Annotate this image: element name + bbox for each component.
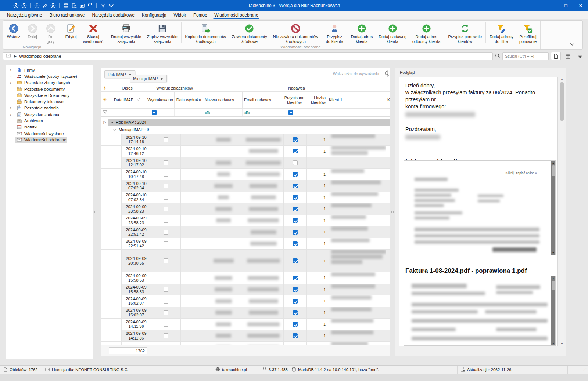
splitter-left[interactable] <box>94 208 96 217</box>
ribbon-button[interactable]: Edytuj <box>62 21 80 40</box>
close-button[interactable]: ✕ <box>573 0 588 11</box>
table-row[interactable]: 2024-09-0922:51:421 <box>101 238 390 250</box>
column-header-7[interactable]: Liczba klientów <box>306 92 327 108</box>
printed-checkbox[interactable] <box>164 310 168 315</box>
tab-7[interactable]: Wiadomości odebrane <box>211 11 261 19</box>
table-row[interactable]: 2024-09-0915:02:071 <box>101 307 390 319</box>
grid-search-input[interactable] <box>331 72 384 76</box>
column-filter-icon[interactable] <box>136 98 140 102</box>
printed-checkbox[interactable] <box>164 195 168 200</box>
pdf-preview-2[interactable]: ▲ ▼ <box>404 276 556 346</box>
ribbon-button[interactable]: Dodaj adres klienta <box>348 21 376 45</box>
print-icon[interactable] <box>62 2 69 9</box>
table-row[interactable]: 2024-09-0923:58:231 <box>101 203 390 215</box>
scroll-down-icon[interactable]: ▼ <box>560 341 564 346</box>
column-header-3[interactable]: Data wydruku <box>174 92 203 108</box>
column-header-5[interactable]: Email nadawcy <box>242 92 283 108</box>
sidebar-item[interactable]: ›Pozostałe zbiory danych <box>6 80 93 86</box>
table-row[interactable]: 2024-09-0914:11:361 <box>101 319 390 330</box>
assigned-checkbox[interactable] <box>293 322 298 327</box>
expand-chevron-icon[interactable]: › <box>10 74 15 79</box>
tab-2[interactable]: Biuro rachunkowe <box>46 11 88 19</box>
printed-checkbox[interactable] <box>164 333 168 338</box>
table-row[interactable]: 2024-09-1012:46:121 <box>101 146 390 157</box>
pay-online-link[interactable]: Kliknij i zapłać online » <box>505 171 537 175</box>
printed-checkbox[interactable] <box>164 241 168 246</box>
ribbon-button[interactable]: Przefiltruj ponownie <box>516 21 539 45</box>
qat-customize-chevron-icon[interactable] <box>108 2 114 9</box>
sidebar-item[interactable]: Wiadomości wysłane <box>6 130 93 137</box>
gear-icon[interactable] <box>100 2 106 9</box>
scroll-up-icon[interactable]: ▲ <box>551 276 555 280</box>
filter-cell-7[interactable]: = <box>306 109 327 116</box>
table-row[interactable]: 2024-09-0914:11:361 <box>101 330 390 342</box>
collapse-chevron-icon[interactable] <box>113 127 116 132</box>
scroll-down-icon[interactable]: ▼ <box>551 341 555 345</box>
filter-cell-1[interactable]: = <box>108 109 146 116</box>
table-row[interactable]: 2024-09-0915:02:071 <box>101 295 390 307</box>
group-row-month[interactable]: Miesiąc IMAP : 9 <box>108 126 390 133</box>
ribbon-button[interactable]: Kopiuj do dokumentów źródłowych <box>182 21 229 45</box>
table-row[interactable]: 2024-09-0922:51:421 <box>101 226 390 238</box>
assigned-checkbox[interactable] <box>293 241 298 246</box>
delete-circle-icon[interactable] <box>50 2 56 9</box>
minimize-button[interactable]: – <box>544 0 559 11</box>
printed-checkbox[interactable] <box>164 299 168 304</box>
table-row[interactable]: 2024-09-1010:17:481 <box>101 169 390 181</box>
table-row[interactable]: 2024-09-1017:14:181 <box>101 134 390 146</box>
ribbon-button[interactable]: Dodaj adres odbiorcy klienta <box>409 21 443 45</box>
column-header-2[interactable]: Wydrukowano <box>146 92 174 108</box>
tab-5[interactable]: Widok <box>171 11 189 19</box>
ribbon-button[interactable]: Przypisz do klienta <box>323 21 346 45</box>
ribbon-button[interactable]: Zawiera dokumenty źródłowe <box>229 21 270 45</box>
filter-cell-3[interactable]: = <box>174 109 203 116</box>
printed-checkbox[interactable] <box>164 149 168 153</box>
assigned-checkbox[interactable] <box>293 195 298 200</box>
grid-view-button[interactable] <box>563 52 573 60</box>
ribbon-button[interactable]: Przypisz ponownie klientów <box>445 21 485 45</box>
back-icon[interactable] <box>12 2 19 9</box>
pdf-scrollbar[interactable]: ▲ ▼ <box>551 276 555 345</box>
expand-chevron-icon[interactable]: › <box>10 112 15 117</box>
sidebar-item[interactable]: ›Pozostałe zadania <box>6 105 93 111</box>
tab-1[interactable]: Narzędzia główne <box>4 11 45 19</box>
table-row[interactable]: 2024-09-1012:17:02 <box>101 157 390 169</box>
ribbon-button[interactable]: Wstecz <box>4 21 23 40</box>
expand-chevron-icon[interactable]: › <box>10 106 15 110</box>
ribbon-button[interactable]: Nie zawiera dokumentów źródłowych <box>270 21 321 45</box>
table-row[interactable]: 2024-09-1007:02:341 <box>101 192 390 204</box>
assigned-checkbox[interactable] <box>293 172 298 177</box>
column-header-4[interactable]: Nazwa nadawcy <box>203 92 242 108</box>
printed-checkbox[interactable] <box>164 160 168 165</box>
assigned-checkbox[interactable] <box>293 160 298 165</box>
table-row[interactable]: 2024-09-1007:02:341 <box>101 180 390 192</box>
column-header-1[interactable]: Data IMAP <box>108 92 146 108</box>
sidebar-item[interactable]: Pozostałe dokumenty <box>6 86 93 92</box>
preview-scrollbar[interactable]: ▲ ▼ <box>560 77 564 346</box>
ribbon-button[interactable]: Dodaj adresy do filtra <box>487 21 516 45</box>
resize-grip[interactable]: ⋰ <box>583 368 588 371</box>
forward-icon[interactable] <box>21 2 27 9</box>
printed-checkbox[interactable] <box>164 172 168 177</box>
column-header-9[interactable]: Kl <box>386 92 390 108</box>
ribbon-button[interactable]: Zapisz wszystkie załączniki <box>144 21 180 45</box>
group-chip-miesiac-imap[interactable]: Miesiąc IMAP <box>130 75 167 82</box>
maximize-button[interactable]: □ <box>559 0 573 11</box>
assigned-checkbox[interactable] <box>293 137 298 142</box>
column-header-8[interactable]: Klient 1 <box>327 92 386 108</box>
ribbon-button[interactable]: Skasuj wiadomość <box>80 21 106 45</box>
filter-cell-4[interactable]: abc <box>203 109 242 116</box>
printed-checkbox[interactable] <box>164 322 168 327</box>
tab-4[interactable]: Konfiguracja <box>139 11 170 19</box>
breadcrumb[interactable]: ▶ Wiadomości odebrane <box>3 52 493 60</box>
sidebar-item[interactable]: Wszystkie e-Dokumenty <box>6 92 93 98</box>
scroll-down-icon[interactable]: ▼ <box>551 251 555 255</box>
printed-checkbox[interactable] <box>164 287 168 292</box>
table-row[interactable]: 2024-09-0915:58:531 <box>101 272 390 284</box>
search-input[interactable] <box>502 52 549 60</box>
splitter-right[interactable] <box>391 208 394 217</box>
detail-expander-icon[interactable]: ▷ <box>101 119 108 126</box>
sidebar-item[interactable]: Notatki <box>6 124 93 130</box>
refresh-icon[interactable] <box>87 2 93 9</box>
filter-cell-9[interactable] <box>386 109 390 116</box>
